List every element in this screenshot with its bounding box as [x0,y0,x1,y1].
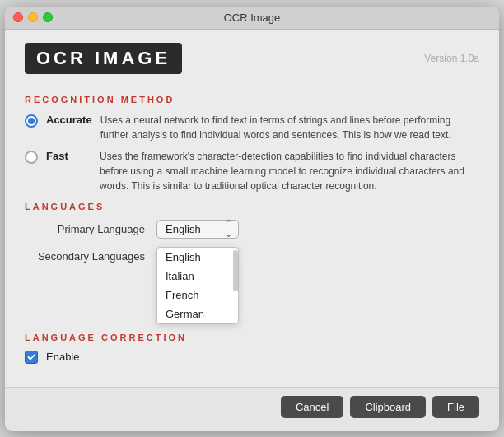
recognition-method-section: RECOGNITION METHOD Accurate Uses a neura… [25,95,479,193]
titlebar: OCR Image [5,7,499,30]
languages-section: LANGUAGES Primary Language English Itali… [25,202,479,324]
minimize-button[interactable] [28,12,38,22]
secondary-language-dropdown[interactable]: English Italian French German [156,247,239,324]
secondary-language-dropdown-container: English Italian French German [156,247,239,324]
version-label: Version 1.0a [424,53,479,64]
languages-header: LANGUAGES [25,202,479,212]
enable-correction-row: Enable [25,351,479,364]
clipboard-button[interactable]: Clipboard [350,396,426,418]
dropdown-scrollbar[interactable] [233,250,238,291]
dropdown-item-english[interactable]: English [157,248,238,267]
main-window: OCR Image OCR IMAGE Version 1.0a RECOGNI… [5,7,499,431]
accurate-radio[interactable] [25,114,38,128]
secondary-languages-label: Secondary Languages [25,250,156,263]
checkmark-icon [27,353,35,361]
cancel-button[interactable]: Cancel [281,396,343,418]
language-correction-header: LANGUAGE CORRECTION [25,332,479,342]
traffic-lights [13,12,53,22]
footer: Cancel Clipboard File [5,387,499,431]
enable-label: Enable [46,351,79,363]
secondary-languages-row: Secondary Languages English Italian Fren… [25,247,479,324]
maximize-button[interactable] [43,12,53,22]
recognition-method-header: RECOGNITION METHOD [25,95,479,105]
close-button[interactable] [13,12,23,22]
fast-description: Uses the framework's character-detection… [100,149,479,193]
accurate-radio-row: Accurate Uses a neural network to find t… [25,113,479,142]
language-correction-section: LANGUAGE CORRECTION Enable [25,332,479,364]
dropdown-item-german[interactable]: German [157,305,238,323]
dropdown-item-italian[interactable]: Italian [157,267,238,286]
fast-label: Fast [46,150,91,162]
fast-radio-row: Fast Uses the framework's character-dete… [25,149,479,193]
divider [25,86,479,86]
primary-language-select[interactable]: English Italian French German [156,220,239,239]
enable-checkbox[interactable] [25,351,38,364]
app-logo: OCR IMAGE [25,43,182,74]
primary-language-label: Primary Language [25,223,156,235]
file-button[interactable]: File [432,396,479,418]
radio-inner-dot [28,118,35,124]
fast-radio[interactable] [25,151,38,164]
primary-language-row: Primary Language English Italian French … [25,220,479,239]
dropdown-item-french[interactable]: French [157,286,238,305]
primary-language-select-wrapper: English Italian French German ⌃⌄ [156,220,239,239]
header-block: OCR IMAGE Version 1.0a [25,43,479,74]
accurate-description: Uses a neural network to find text in te… [100,113,479,142]
content-area: OCR IMAGE Version 1.0a RECOGNITION METHO… [5,30,499,387]
window-title: OCR Image [224,12,281,24]
accurate-label: Accurate [46,114,92,126]
